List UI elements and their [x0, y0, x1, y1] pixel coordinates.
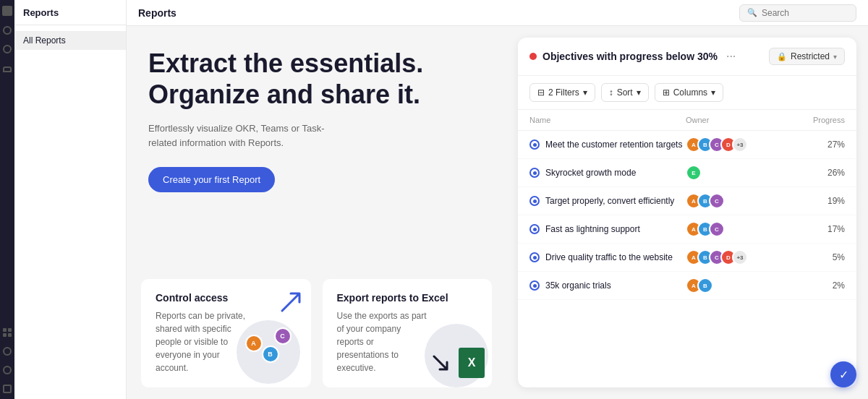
export-arrow-icon	[430, 352, 456, 378]
columns-chevron-icon: ▾	[711, 87, 715, 98]
sidebar-users-icon[interactable]	[3, 66, 12, 72]
export-icons-container: X	[430, 348, 485, 384]
table-row[interactable]: Meet the customer retention targets A B …	[518, 131, 856, 159]
export-illustration: X	[430, 348, 485, 384]
sidebar-search-icon[interactable]	[3, 26, 12, 35]
avatar: C	[709, 193, 725, 209]
col-progress-header: Progress	[787, 116, 845, 124]
row-icon	[529, 140, 540, 150]
export-desc: Use the exports as part of your company …	[337, 309, 428, 374]
row-icon	[529, 168, 540, 178]
row-icon	[529, 224, 540, 234]
sidebar-bell-icon[interactable]	[3, 385, 12, 393]
control-access-card: Control access Reports can be private, s…	[141, 279, 311, 387]
page-body: Extract the essentials. Organize and sha…	[127, 26, 868, 399]
export-title: Export reports to Excel	[337, 292, 478, 304]
nav-all-reports[interactable]: All Reports	[14, 31, 126, 50]
left-panel-title: Reports	[23, 7, 59, 18]
lock-icon: 🔒	[777, 52, 787, 61]
excel-icon: X	[459, 348, 485, 378]
top-bar-title: Reports	[138, 7, 176, 19]
sort-chevron-icon: ▾	[637, 87, 641, 98]
columns-icon: ⊞	[663, 87, 670, 98]
row-icon	[529, 252, 540, 262]
filters-chevron-icon: ▾	[583, 87, 587, 98]
table-row[interactable]: Drive quality traffic to the website A B…	[518, 244, 856, 272]
control-circle: A B C	[237, 320, 300, 384]
left-panel: Reports All Reports	[14, 0, 127, 399]
row-name: 35k organic trials	[529, 280, 686, 291]
control-illustration: A B C	[237, 320, 300, 384]
left-panel-nav: All Reports	[14, 25, 126, 56]
search-input[interactable]	[762, 8, 848, 18]
avatar-3: C	[274, 327, 292, 345]
owner-avatars: E	[686, 165, 787, 181]
search-box[interactable]: 🔍	[739, 4, 856, 22]
columns-button[interactable]: ⊞ Columns ▾	[655, 83, 723, 102]
report-title-area: Objectives with progress below 30% ···	[529, 50, 736, 63]
control-access-title: Control access	[156, 292, 297, 304]
owner-avatars: A B C D +3	[686, 137, 787, 153]
fab-button[interactable]: ✓	[830, 361, 856, 387]
col-owner-header: Owner	[686, 116, 787, 124]
avatar-1: A	[245, 335, 263, 352]
control-access-desc: Reports can be private, shared with spec…	[156, 309, 247, 374]
app-sidebar	[0, 0, 14, 399]
report-card-header: Objectives with progress below 30% ··· 🔒…	[518, 38, 856, 76]
columns-label: Columns	[673, 87, 707, 98]
create-report-button[interactable]: Create your first Report	[148, 167, 275, 192]
table-row[interactable]: 35k organic trials A B 2%	[518, 272, 856, 300]
avatar: B	[697, 278, 713, 293]
sidebar-grid-icon[interactable]	[3, 328, 12, 337]
main-content: Reports 🔍 Extract the essentials. Organi…	[127, 0, 868, 399]
sidebar-settings-icon[interactable]	[3, 347, 12, 356]
filter-icon: ⊟	[537, 87, 545, 98]
restricted-badge[interactable]: 🔒 Restricted ▾	[769, 48, 845, 65]
owner-avatars: A B C D +3	[686, 249, 787, 265]
sidebar-time-icon[interactable]	[3, 45, 12, 53]
sort-button[interactable]: ↕ Sort ▾	[601, 83, 649, 102]
row-name: Meet the customer retention targets	[529, 140, 686, 150]
left-panel-header: Reports	[14, 0, 126, 25]
report-title: Objectives with progress below 30%	[542, 51, 718, 62]
avatar: E	[686, 165, 702, 181]
progress-value: 26%	[787, 168, 845, 178]
sidebar-home-icon[interactable]	[2, 6, 12, 16]
table-row[interactable]: Target properly, convert efficiently A B…	[518, 187, 856, 215]
red-dot	[529, 53, 537, 60]
col-name-header: Name	[529, 116, 686, 124]
row-name: Target properly, convert efficiently	[529, 196, 686, 206]
avatar: C	[709, 221, 725, 237]
more-options-button[interactable]: ···	[726, 50, 736, 63]
owner-avatars: A B	[686, 278, 787, 293]
restricted-label: Restricted	[791, 51, 830, 61]
hero-section: Extract the essentials. Organize and sha…	[127, 26, 506, 267]
hero-title: Extract the essentials. Organize and sha…	[148, 48, 485, 110]
avatar-count: +3	[732, 249, 748, 265]
filters-button[interactable]: ⊟ 2 Filters ▾	[529, 83, 595, 102]
report-table: Name Owner Progress Meet the customer re…	[518, 110, 856, 387]
report-panel: Objectives with progress below 30% ··· 🔒…	[506, 26, 868, 399]
sidebar-gear-icon[interactable]	[3, 366, 12, 374]
sort-icon: ↕	[609, 87, 613, 98]
avatar-2: B	[262, 346, 279, 363]
table-row[interactable]: Fast as lightning support A B C 17%	[518, 215, 856, 244]
row-name: Fast as lightning support	[529, 224, 686, 234]
progress-value: 2%	[787, 280, 845, 291]
table-row[interactable]: Skyrocket growth mode E 26%	[518, 159, 856, 187]
progress-value: 5%	[787, 252, 845, 262]
export-card: Export reports to Excel Use the exports …	[323, 279, 493, 387]
search-icon: 🔍	[747, 8, 757, 17]
progress-value: 17%	[787, 224, 845, 234]
arrow-icon	[276, 288, 305, 319]
sort-label: Sort	[617, 87, 633, 98]
table-header: Name Owner Progress	[518, 110, 856, 131]
fab-icon: ✓	[839, 368, 848, 382]
row-name: Skyrocket growth mode	[529, 168, 686, 178]
top-bar: Reports 🔍	[127, 0, 868, 26]
left-content: Extract the essentials. Organize and sha…	[127, 26, 506, 399]
chevron-down-icon: ▾	[833, 53, 837, 61]
avatar-count: +3	[732, 137, 748, 153]
owner-avatars: A B C	[686, 193, 787, 209]
row-icon	[529, 196, 540, 206]
